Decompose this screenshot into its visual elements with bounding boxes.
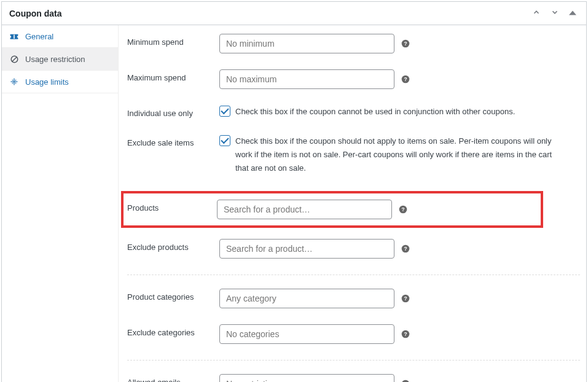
maximum-spend-label: Maximum spend xyxy=(127,69,219,82)
move-up-button[interactable] xyxy=(530,7,543,20)
exclude-sale-checkbox-wrap: Check this box if the coupon should not … xyxy=(219,134,563,175)
allowed-emails-input[interactable] xyxy=(219,374,394,382)
panel-title: Coupon data xyxy=(9,9,62,18)
panel-controls xyxy=(530,7,579,20)
no-icon xyxy=(9,54,19,64)
exclude-products-label: Exclude products xyxy=(127,239,219,252)
exclude-products-input[interactable] xyxy=(219,239,394,259)
ticket-icon xyxy=(9,31,19,41)
tab-label: General xyxy=(25,32,53,41)
allowed-emails-label: Allowed emails xyxy=(127,374,219,382)
svg-text:?: ? xyxy=(404,331,407,337)
coupon-data-panel: Coupon data General xyxy=(1,1,587,382)
help-tooltip[interactable]: ? xyxy=(401,39,410,49)
row-products: Products ? xyxy=(121,191,543,228)
limits-icon xyxy=(9,77,19,87)
help-tooltip[interactable]: ? xyxy=(401,379,410,382)
minimum-spend-input[interactable] xyxy=(219,34,394,53)
help-tooltip[interactable]: ? xyxy=(398,205,408,214)
row-minimum-spend: Minimum spend ? xyxy=(127,34,580,53)
maximum-spend-input[interactable] xyxy=(219,69,394,89)
help-tooltip[interactable]: ? xyxy=(401,294,410,303)
panel-header: Coupon data xyxy=(2,2,586,25)
individual-use-checkbox-wrap: Check this box if the coupon cannot be u… xyxy=(219,105,515,119)
help-icon: ? xyxy=(401,294,410,303)
tab-label: Usage restriction xyxy=(25,55,85,64)
panel-body: General Usage restriction Usage limits M… xyxy=(2,25,586,382)
svg-text:?: ? xyxy=(401,206,404,212)
help-icon: ? xyxy=(401,39,410,48)
help-tooltip[interactable]: ? xyxy=(401,329,410,339)
row-exclude-sale: Exclude sale items Check this box if the… xyxy=(127,134,580,175)
help-icon: ? xyxy=(401,244,410,253)
exclude-sale-label: Exclude sale items xyxy=(127,134,219,147)
help-icon: ? xyxy=(401,330,410,338)
svg-line-8 xyxy=(15,83,17,84)
svg-text:?: ? xyxy=(404,41,407,47)
minimum-spend-label: Minimum spend xyxy=(127,34,219,47)
tab-content: Minimum spend ? Maximum spend ? xyxy=(119,25,586,382)
svg-text:?: ? xyxy=(404,76,407,82)
section-divider xyxy=(127,360,580,361)
move-down-button[interactable] xyxy=(548,7,562,20)
tab-usage-restriction[interactable]: Usage restriction xyxy=(2,48,118,71)
tab-usage-limits[interactable]: Usage limits xyxy=(2,71,118,93)
individual-use-description: Check this box if the coupon cannot be u… xyxy=(235,105,515,119)
help-icon: ? xyxy=(401,380,410,382)
svg-text:?: ? xyxy=(404,246,407,252)
svg-text:?: ? xyxy=(404,295,407,302)
toggle-panel-button[interactable] xyxy=(566,7,579,20)
svg-line-2 xyxy=(12,57,17,61)
caret-up-icon xyxy=(569,9,576,17)
exclude-categories-label: Exclude categories xyxy=(127,324,219,337)
row-exclude-products: Exclude products ? xyxy=(127,239,580,259)
products-label: Products xyxy=(127,200,217,212)
individual-use-checkbox[interactable] xyxy=(219,106,230,117)
exclude-sale-checkbox[interactable] xyxy=(219,135,230,146)
svg-line-7 xyxy=(12,83,14,84)
help-tooltip[interactable]: ? xyxy=(401,74,410,84)
help-icon: ? xyxy=(399,205,407,214)
tab-label: Usage limits xyxy=(25,77,69,87)
section-divider xyxy=(127,275,580,275)
svg-line-6 xyxy=(15,80,17,81)
help-tooltip[interactable]: ? xyxy=(401,244,410,254)
exclude-categories-input[interactable] xyxy=(219,324,394,344)
tabs-sidebar: General Usage restriction Usage limits xyxy=(2,25,119,382)
chevron-up-icon xyxy=(532,8,541,17)
tab-general[interactable]: General xyxy=(2,25,118,48)
product-categories-input[interactable] xyxy=(219,289,394,308)
row-individual-use: Individual use only Check this box if th… xyxy=(127,105,580,119)
help-icon: ? xyxy=(401,75,410,84)
row-product-categories: Product categories ? xyxy=(127,289,580,308)
chevron-down-icon xyxy=(551,8,559,17)
products-input[interactable] xyxy=(217,200,392,219)
svg-line-5 xyxy=(12,80,14,81)
exclude-sale-description: Check this box if the coupon should not … xyxy=(235,134,563,175)
row-maximum-spend: Maximum spend ? xyxy=(127,69,580,89)
svg-marker-0 xyxy=(569,10,576,15)
row-allowed-emails: Allowed emails ? xyxy=(127,374,580,382)
product-categories-label: Product categories xyxy=(127,289,219,302)
individual-use-label: Individual use only xyxy=(127,105,219,118)
row-exclude-categories: Exclude categories ? xyxy=(127,324,580,344)
